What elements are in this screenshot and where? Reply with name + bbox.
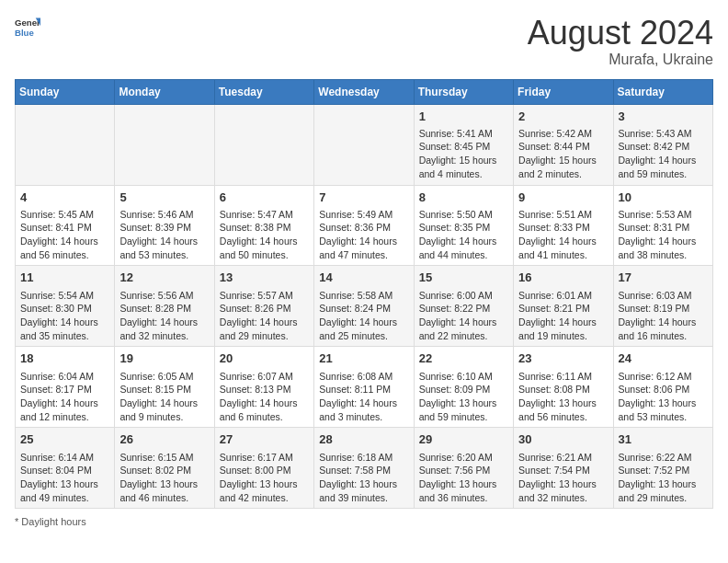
calendar-cell: 18Sunrise: 6:04 AMSunset: 8:17 PMDayligh…: [16, 347, 115, 428]
sunrise: Sunrise: 5:46 AM: [119, 209, 193, 220]
sunrise: Sunrise: 5:43 AM: [619, 128, 692, 139]
sunrise: Sunrise: 6:07 AM: [220, 371, 293, 382]
daylight: Daylight: 14 hours and 44 minutes.: [419, 236, 497, 260]
sunrise: Sunrise: 5:50 AM: [419, 209, 493, 220]
sunset: Sunset: 8:06 PM: [619, 384, 690, 395]
day-number: 27: [220, 431, 309, 448]
calendar-cell: 19Sunrise: 6:05 AMSunset: 8:15 PMDayligh…: [115, 347, 214, 428]
calendar-cell: 12Sunrise: 5:56 AMSunset: 8:28 PMDayligh…: [115, 266, 214, 347]
sunrise: Sunrise: 6:11 AM: [518, 371, 592, 382]
sunset: Sunset: 8:41 PM: [20, 222, 92, 233]
daylight: Daylight: 14 hours and 25 minutes.: [319, 316, 397, 341]
daylight: Daylight: 14 hours and 22 minutes.: [419, 316, 497, 341]
calendar-cell: 28Sunrise: 6:18 AMSunset: 7:58 PMDayligh…: [314, 428, 414, 509]
sunrise: Sunrise: 6:08 AM: [319, 371, 392, 382]
sunrise: Sunrise: 6:04 AM: [20, 371, 94, 382]
sunrise: Sunrise: 6:21 AM: [518, 452, 592, 463]
daylight: Daylight: 13 hours and 46 minutes.: [119, 478, 198, 503]
calendar-cell: 4Sunrise: 5:45 AMSunset: 8:41 PMDaylight…: [16, 185, 115, 266]
calendar-cell: 7Sunrise: 5:49 AMSunset: 8:36 PMDaylight…: [314, 185, 414, 266]
daylight: Daylight: 13 hours and 36 minutes.: [419, 478, 497, 503]
sunset: Sunset: 7:52 PM: [619, 465, 690, 476]
sunset: Sunset: 8:42 PM: [619, 141, 690, 152]
sunset: Sunset: 8:08 PM: [518, 384, 590, 395]
day-number: 6: [220, 190, 309, 206]
daylight: Daylight: 14 hours and 50 minutes.: [220, 236, 298, 260]
sunset: Sunset: 8:21 PM: [518, 303, 590, 314]
daylight: Daylight: 13 hours and 56 minutes.: [518, 397, 597, 422]
sunset: Sunset: 8:45 PM: [419, 141, 491, 152]
sunrise: Sunrise: 6:14 AM: [20, 452, 94, 463]
calendar-cell: 26Sunrise: 6:15 AMSunset: 8:02 PMDayligh…: [115, 428, 214, 509]
logo-icon: General Blue: [15, 15, 40, 40]
sunrise: Sunrise: 5:47 AM: [220, 209, 293, 220]
daylight: Daylight: 14 hours and 16 minutes.: [619, 316, 697, 341]
col-header-tuesday: Tuesday: [214, 79, 313, 104]
calendar-cell: 25Sunrise: 6:14 AMSunset: 8:04 PMDayligh…: [16, 428, 115, 509]
day-number: 2: [518, 109, 608, 125]
sunrise: Sunrise: 6:00 AM: [419, 290, 493, 301]
sunrise: Sunrise: 5:58 AM: [319, 290, 392, 301]
sunrise: Sunrise: 5:56 AM: [119, 290, 193, 301]
day-number: 1: [419, 109, 508, 125]
daylight: Daylight: 14 hours and 53 minutes.: [119, 236, 198, 260]
sunset: Sunset: 8:11 PM: [319, 384, 391, 395]
daylight: Daylight: 15 hours and 2 minutes.: [518, 155, 597, 179]
sunset: Sunset: 7:58 PM: [319, 465, 391, 476]
sunrise: Sunrise: 6:12 AM: [619, 371, 692, 382]
day-number: 28: [319, 431, 408, 448]
calendar-cell: 27Sunrise: 6:17 AMSunset: 8:00 PMDayligh…: [214, 428, 313, 509]
daylight: Daylight: 13 hours and 39 minutes.: [319, 478, 397, 503]
calendar-cell: 23Sunrise: 6:11 AMSunset: 8:08 PMDayligh…: [514, 347, 613, 428]
daylight: Daylight: 14 hours and 6 minutes.: [220, 397, 298, 422]
calendar-cell: 3Sunrise: 5:43 AMSunset: 8:42 PMDaylight…: [613, 104, 712, 185]
calendar-cell: 20Sunrise: 6:07 AMSunset: 8:13 PMDayligh…: [214, 347, 313, 428]
day-number: 25: [20, 431, 109, 448]
sunrise: Sunrise: 6:03 AM: [619, 290, 692, 301]
daylight: Daylight: 14 hours and 29 minutes.: [220, 316, 298, 341]
day-number: 31: [619, 431, 708, 448]
day-number: 22: [419, 350, 508, 367]
day-number: 3: [619, 109, 708, 125]
day-number: 21: [319, 350, 408, 367]
sunrise: Sunrise: 6:05 AM: [119, 371, 193, 382]
calendar-cell: 5Sunrise: 5:46 AMSunset: 8:39 PMDaylight…: [115, 185, 214, 266]
daylight: Daylight: 14 hours and 19 minutes.: [518, 316, 597, 341]
daylight: Daylight: 14 hours and 38 minutes.: [619, 236, 697, 260]
sunset: Sunset: 7:56 PM: [419, 465, 491, 476]
sunset: Sunset: 8:19 PM: [619, 303, 690, 314]
sunrise: Sunrise: 6:17 AM: [220, 452, 293, 463]
day-number: 10: [619, 190, 708, 206]
daylight: Daylight: 14 hours and 59 minutes.: [619, 155, 697, 179]
day-number: 8: [419, 190, 508, 206]
sunset: Sunset: 8:24 PM: [319, 303, 391, 314]
location: Murafa, Ukraine: [528, 52, 713, 68]
sunrise: Sunrise: 5:51 AM: [518, 209, 592, 220]
calendar-cell: 14Sunrise: 5:58 AMSunset: 8:24 PMDayligh…: [314, 266, 414, 347]
calendar-cell: 17Sunrise: 6:03 AMSunset: 8:19 PMDayligh…: [613, 266, 712, 347]
col-header-thursday: Thursday: [414, 79, 513, 104]
day-number: 24: [619, 350, 708, 367]
daylight: Daylight: 13 hours and 32 minutes.: [518, 478, 597, 503]
daylight: Daylight: 13 hours and 59 minutes.: [419, 397, 497, 422]
col-header-saturday: Saturday: [613, 79, 712, 104]
day-number: 14: [319, 270, 408, 286]
calendar-cell: 9Sunrise: 5:51 AMSunset: 8:33 PMDaylight…: [514, 185, 613, 266]
day-number: 30: [518, 431, 608, 448]
calendar-cell: [16, 104, 115, 185]
calendar-cell: 15Sunrise: 6:00 AMSunset: 8:22 PMDayligh…: [414, 266, 513, 347]
sunrise: Sunrise: 5:41 AM: [419, 128, 493, 139]
sunset: Sunset: 8:00 PM: [220, 465, 291, 476]
sunrise: Sunrise: 6:18 AM: [319, 452, 392, 463]
sunset: Sunset: 8:15 PM: [119, 384, 191, 395]
calendar-cell: 1Sunrise: 5:41 AMSunset: 8:45 PMDaylight…: [414, 104, 513, 185]
sunrise: Sunrise: 5:57 AM: [220, 290, 293, 301]
daylight: Daylight: 14 hours and 32 minutes.: [119, 316, 198, 341]
calendar-cell: 24Sunrise: 6:12 AMSunset: 8:06 PMDayligh…: [613, 347, 712, 428]
calendar-header: SundayMondayTuesdayWednesdayThursdayFrid…: [16, 79, 713, 104]
sunrise: Sunrise: 5:49 AM: [319, 209, 392, 220]
sunset: Sunset: 8:22 PM: [419, 303, 491, 314]
sunset: Sunset: 8:02 PM: [119, 465, 191, 476]
svg-text:Blue: Blue: [15, 28, 34, 38]
sunrise: Sunrise: 5:53 AM: [619, 209, 692, 220]
